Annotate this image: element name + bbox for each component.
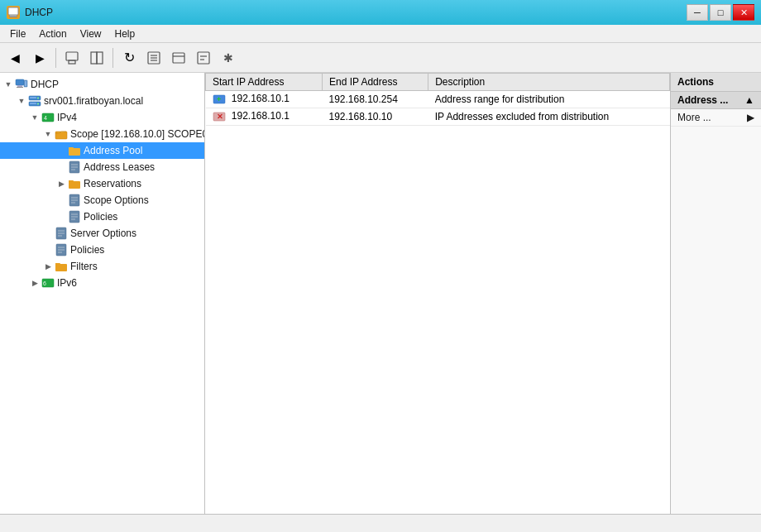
svg-rect-22 [25,85,26,86]
tree-item-address-leases[interactable]: ▶ Address Leases [0,159,204,175]
content-panel: Start IP Address End IP Address Descript… [205,73,670,514]
svg-rect-54 [55,264,67,271]
svg-point-25 [37,98,39,99]
svg-rect-18 [17,87,23,88]
col-header-end-ip[interactable]: End IP Address [322,74,428,91]
toolbar-separator-1 [55,48,56,68]
actions-section-text: Address ... [677,94,728,106]
forward-button[interactable]: ▶ [28,46,51,69]
back-button[interactable]: ◀ [3,46,26,69]
tree-label-filters: Filters [70,261,98,272]
expand-ipv6[interactable]: ▶ [28,276,41,290]
svg-rect-5 [91,52,97,64]
svg-rect-16 [16,79,24,85]
tree-label-reservations: Reservations [84,178,141,189]
menu-help[interactable]: Help [108,26,142,41]
expand-ipv4[interactable]: ▼ [28,111,41,124]
filters-icon [55,260,68,273]
svg-rect-37 [69,181,80,189]
scope-options-icon [68,194,81,207]
tree-label-ipv6: IPv6 [57,277,77,289]
leases-icon [68,161,81,174]
server-icon [28,94,41,108]
policies-scope-icon [68,210,81,223]
table-row[interactable]: + 192.168.10.1 192.168.10.254 Address ra… [206,91,670,108]
maximize-button[interactable]: □ [710,4,731,21]
tree-label-policies-scope: Policies [84,211,117,223]
expand-dhcp[interactable]: ▼ [2,78,15,91]
title-bar-left: DHCP [7,6,53,19]
export-list-button[interactable] [142,46,165,69]
tree-label-dhcp: DHCP [31,79,59,90]
svg-rect-21 [25,84,26,84]
row-description-1: Address range for distribution [428,91,670,108]
tree-item-server[interactable]: ▼ srv001.firatboyan.local [0,93,204,109]
tree-item-ipv4[interactable]: ▼ 4 IPv4 [0,109,204,126]
server-options-icon [55,227,68,240]
properties-button[interactable] [192,46,215,69]
actions-header: Actions [671,73,761,92]
tree-item-scope[interactable]: ▼ Scope [192.168.10.0] SCOPE01 [0,126,204,142]
svg-rect-11 [173,53,184,63]
refresh-button[interactable]: ↻ [117,46,141,69]
tree-item-ipv6[interactable]: ▶ 6 IPv6 [0,275,204,291]
svg-text:6: 6 [43,280,46,286]
address-pool-table: Start IP Address End IP Address Descript… [205,73,670,126]
actions-section-arrow: ▲ [744,94,754,106]
svg-text:✕: ✕ [217,113,223,121]
tree-item-address-pool[interactable]: ▶ Address Pool [0,142,204,159]
table-scroll[interactable]: Start IP Address End IP Address Descript… [205,73,670,514]
col-header-description[interactable]: Description [428,74,670,91]
tree-item-dhcp[interactable]: ▼ DHCP [0,76,204,93]
tree-item-reservations[interactable]: ▶ Reservations [0,175,204,192]
table-row[interactable]: ✕ 192.168.10.1 192.168.10.10 IP Addresse… [206,108,670,126]
actions-more-label: More ... [677,112,711,123]
status-bar [0,514,761,532]
row-end-ip-1: 192.168.10.254 [322,91,428,108]
menu-action[interactable]: Action [32,26,73,41]
tree-label-policies-root: Policies [70,244,104,256]
row-start-ip-1: + 192.168.10.1 [206,91,323,108]
expand-filters[interactable]: ▶ [41,260,55,273]
tree-item-scope-options[interactable]: ▶ Scope Options [0,192,204,208]
exclude-range-icon: ✕ [213,110,226,123]
svg-rect-3 [66,52,78,60]
show-hide-button[interactable] [85,46,108,69]
actions-section[interactable]: Address ... ▲ [671,92,761,109]
svg-rect-32 [69,148,80,156]
app-icon [7,6,20,19]
tree-item-filters[interactable]: ▶ Filters [0,258,204,275]
col-header-start-ip[interactable]: Start IP Address [206,74,323,91]
tree-label-address-leases: Address Leases [84,161,155,173]
minimize-button[interactable]: ─ [687,4,708,21]
expand-server[interactable]: ▼ [15,94,28,108]
close-button[interactable]: ✕ [733,4,754,21]
title-bar: DHCP ─ □ ✕ [0,0,761,25]
svg-rect-6 [97,52,103,64]
actions-more-item[interactable]: More ... ▶ [671,109,761,127]
svg-rect-2 [9,17,17,17]
window-title: DHCP [25,7,53,18]
expand-scope[interactable]: ▼ [41,127,55,141]
expand-reservations[interactable]: ▶ [55,177,68,190]
tree-label-server-options: Server Options [70,228,136,239]
mmc-button[interactable] [167,46,190,69]
tree-panel: ▼ DHCP ▼ [0,73,205,514]
tree-label-ipv4: IPv4 [57,112,77,123]
menu-view[interactable]: View [74,26,108,41]
tree-item-policies-root[interactable]: ▶ Policies [0,242,204,258]
help-toolbar-button[interactable]: ✱ [217,46,240,69]
svg-rect-27 [30,98,36,98]
tree-item-server-options[interactable]: ▶ Server Options [0,225,204,242]
actions-panel: Actions Address ... ▲ More ... ▶ [670,73,761,514]
up-button[interactable] [60,46,84,69]
add-range-icon: + [213,93,226,106]
svg-rect-28 [30,103,36,104]
scope-icon [55,127,68,141]
main-content: ▼ DHCP ▼ [0,73,761,514]
tree-item-policies-scope[interactable]: ▶ Policies [0,208,204,225]
policies-root-icon [55,243,68,256]
folder-icon [68,144,81,157]
toolbar: ◀ ▶ ↻ ✱ [0,43,761,73]
menu-file[interactable]: File [3,26,32,41]
